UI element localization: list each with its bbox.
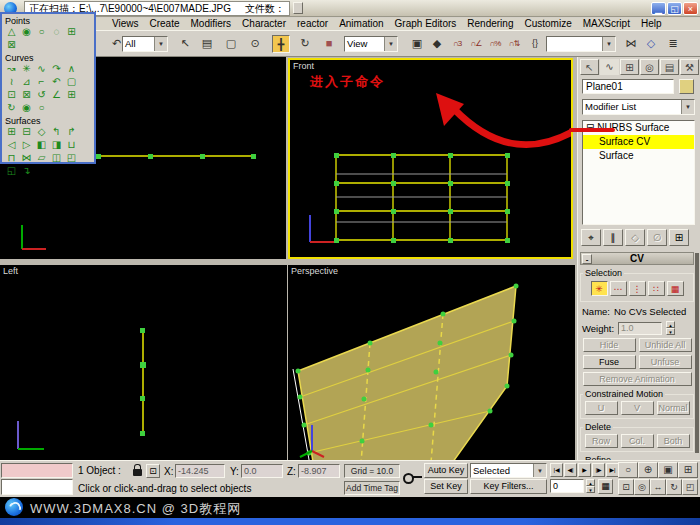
select-object-icon[interactable]: ↖ <box>176 35 194 53</box>
maxscript-listener-white[interactable] <box>1 479 73 495</box>
nurbs-curve-tool-icon[interactable]: ∧ <box>64 63 79 76</box>
modifier-list-dropdown[interactable]: Modifier List ▼ <box>582 99 695 115</box>
unfuse-button[interactable]: Unfuse <box>639 355 692 369</box>
nurbs-curve-tool-icon[interactable]: ⊞ <box>64 89 79 102</box>
cv-points-front[interactable] <box>334 153 510 243</box>
select-single-cv-icon[interactable]: ✳ <box>591 281 608 296</box>
nurbs-curve-tool-icon[interactable]: ⊠ <box>19 89 34 102</box>
spinner-up-icon[interactable]: ▴ <box>586 479 595 486</box>
viewport-nav-icon[interactable]: ⊞ <box>678 462 698 478</box>
tab-motion-icon[interactable]: ◎ <box>640 59 659 75</box>
viewport-front-label[interactable]: Front <box>293 61 314 71</box>
tab-modify-icon[interactable]: ∿ <box>600 59 619 75</box>
stack-item-surface-cv[interactable]: Surface CV <box>583 135 694 149</box>
z-coordinate-field[interactable]: -8.907 <box>298 464 340 478</box>
nurbs-surface-tool-icon[interactable]: ▱ <box>34 152 49 165</box>
nurbs-point-tool-icon[interactable]: ⊠ <box>4 39 19 52</box>
nurbs-surface-tool-icon[interactable]: ▷ <box>19 139 34 152</box>
playback-button[interactable]: ▶ <box>578 463 591 477</box>
close-button[interactable]: × <box>683 2 698 15</box>
nurbs-curve-tool-icon[interactable]: ↝ <box>4 63 19 76</box>
minimize-button[interactable]: ▁ <box>651 2 666 15</box>
nurbs-curve-tool-icon[interactable]: ∠ <box>49 89 64 102</box>
nurbs-curve-tool-icon[interactable]: ≀ <box>4 76 19 89</box>
nurbs-curve-tool-icon[interactable]: ⊿ <box>19 76 34 89</box>
nurbs-surface-tool-icon[interactable]: ⊓ <box>4 152 19 165</box>
percent-snap-icon[interactable]: ∩% <box>486 35 504 53</box>
nurbs-curve-tool-icon[interactable]: ↶ <box>49 76 64 89</box>
panel-scrollbar[interactable] <box>695 253 699 453</box>
nurbs-surface-tool-icon[interactable]: ◱ <box>4 165 19 178</box>
viewport-nav-icon[interactable]: ↔ <box>650 479 666 495</box>
viewport-left-label[interactable]: Left <box>3 266 18 276</box>
viewport-left[interactable]: Left <box>0 265 287 460</box>
playback-button[interactable]: |▶ <box>592 463 605 477</box>
curve-editor-icon[interactable]: ≣ <box>664 35 682 53</box>
menu-item[interactable]: Create <box>150 18 180 30</box>
named-selection-dropdown[interactable]: ▼ <box>546 36 616 52</box>
snap-toggle-icon[interactable]: ∩3 <box>448 35 466 53</box>
spinner-snap-icon[interactable]: ∩⇅ <box>505 35 523 53</box>
nurbs-point-tool-icon[interactable]: ◉ <box>19 26 34 39</box>
weight-spinner[interactable]: ▴▾ <box>666 321 675 335</box>
viewport-perspective[interactable]: Perspective <box>288 265 575 460</box>
window-crossing-icon[interactable]: ⊙ <box>246 35 264 53</box>
viewport-front[interactable]: Front 进入子命令 <box>288 58 573 259</box>
chevron-down-icon[interactable]: ▼ <box>384 37 397 51</box>
use-pivot-center-icon[interactable]: ▣ <box>408 35 426 53</box>
nurbs-curve-tool-icon[interactable]: ↷ <box>49 63 64 76</box>
select-by-name-icon[interactable]: ▤ <box>198 35 216 53</box>
nurbs-curve-tool-icon[interactable]: ⌐ <box>34 76 49 89</box>
stack-item-surface[interactable]: Surface <box>583 149 694 163</box>
spinner-down-icon[interactable]: ▾ <box>666 328 675 335</box>
select-and-manipulate-icon[interactable]: ◆ <box>428 35 446 53</box>
menu-item[interactable]: Views <box>112 18 139 30</box>
current-time-field[interactable]: 0 <box>550 479 584 493</box>
nurbs-surface-tool-icon[interactable]: ◰ <box>64 152 79 165</box>
weight-field[interactable]: 1.0 <box>618 322 662 335</box>
delete-both-button[interactable]: Both <box>657 434 690 448</box>
nurbs-surface-tool-icon[interactable]: ◨ <box>49 139 64 152</box>
object-name-field[interactable]: Plane01 <box>582 79 674 94</box>
constrained-normal-button[interactable]: Normal <box>657 401 690 415</box>
select-column-icon[interactable]: ⋮ <box>629 281 646 296</box>
nurbs-curve-tool-icon[interactable]: ○ <box>34 102 49 115</box>
nurbs-surface-tool-icon[interactable]: ◇ <box>34 126 49 139</box>
viewport-nav-icon[interactable]: ◰ <box>682 479 698 495</box>
playback-button[interactable]: ◀| <box>564 463 577 477</box>
set-key-button[interactable]: Set Key <box>424 479 468 494</box>
nurbs-point-tool-icon[interactable]: ◌ <box>49 26 64 39</box>
select-and-scale-icon[interactable]: ■ <box>320 35 338 53</box>
delete-col-button[interactable]: Col. <box>621 434 654 448</box>
nurbs-surface-tool-icon[interactable]: ⊟ <box>19 126 34 139</box>
remove-modifier-icon[interactable]: ∅ <box>647 229 667 246</box>
chevron-down-icon[interactable]: ▼ <box>533 464 546 477</box>
delete-row-button[interactable]: Row <box>585 434 618 448</box>
menu-item[interactable]: Rendering <box>467 18 513 30</box>
nurbs-surface-tool-icon[interactable]: ⊔ <box>64 139 79 152</box>
show-end-result-icon[interactable]: ∥ <box>603 229 623 246</box>
configure-modifier-sets-icon[interactable]: ⊞ <box>669 229 689 246</box>
viewport-nav-icon[interactable]: ⊡ <box>618 479 634 495</box>
nurbs-surface-tool-icon[interactable]: ↱ <box>64 126 79 139</box>
nurbs-curve-tool-icon[interactable]: ◉ <box>19 102 34 115</box>
cv-rollout-header[interactable]: - CV <box>580 252 694 265</box>
left-viewport-canvas[interactable] <box>0 265 287 460</box>
nurbs-curve-tool-icon[interactable]: ∿ <box>34 63 49 76</box>
nurbs-point-tool-icon[interactable]: ○ <box>34 26 49 39</box>
fuse-button[interactable]: Fuse <box>583 355 636 369</box>
viewport-nav-icon[interactable]: ▣ <box>658 462 678 478</box>
object-color-swatch[interactable] <box>679 79 694 94</box>
select-and-rotate-icon[interactable]: ↻ <box>296 35 314 53</box>
restore-button[interactable]: ◱ <box>667 2 682 15</box>
tab-utilities-icon[interactable]: ⚒ <box>680 59 699 75</box>
x-coordinate-field[interactable]: -14.245 <box>175 464 225 478</box>
viewport-nav-icon[interactable]: ⊕ <box>638 462 658 478</box>
align-icon[interactable]: ◇ <box>642 35 660 53</box>
collapse-rollout-icon[interactable]: - <box>582 254 592 264</box>
y-coordinate-field[interactable]: 0.0 <box>241 464 283 478</box>
select-all-cv-icon[interactable]: ▦ <box>667 281 684 296</box>
menu-item[interactable]: Character <box>242 18 286 30</box>
time-spinner[interactable]: ▴▾ <box>586 479 595 493</box>
nurbs-curve-tool-icon[interactable]: ✳ <box>19 63 34 76</box>
